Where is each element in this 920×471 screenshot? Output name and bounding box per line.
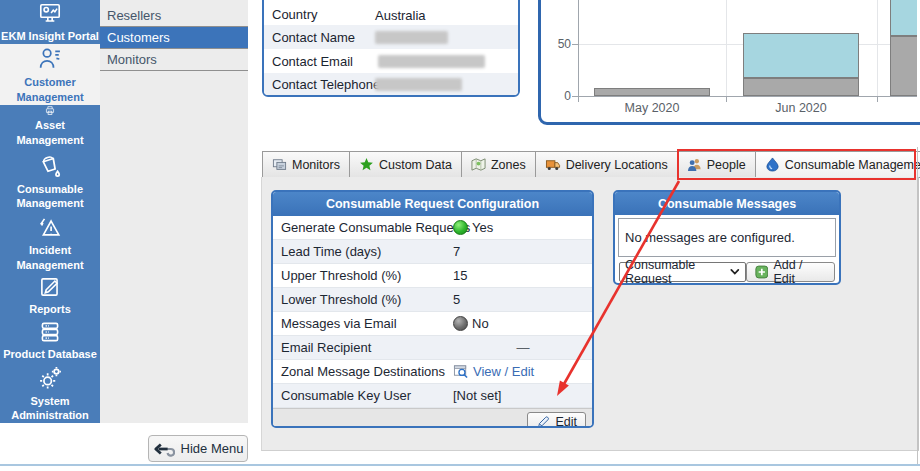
chevron-down-icon [730,268,740,276]
row-value: 5 [453,292,460,307]
bottom-divider [0,464,920,466]
tab-label: Consumable Management Configuration [785,158,920,172]
detail-row-contact-name: Contact Name [264,25,518,49]
sidebar-item-reports[interactable]: Reports [0,272,100,318]
row-label: Messages via Email [273,316,397,331]
x-tick-jun-2020: Jun 2020 [741,101,861,115]
content-right-edge [917,147,918,464]
tab-custom-data[interactable]: Custom Data [349,151,462,178]
view-edit-icon [453,364,469,379]
consumable-request-configuration-panel: Consumable Request Configuration Generat… [271,190,594,428]
hide-menu-button[interactable]: Hide Menu [148,435,248,462]
person-settings-icon [36,45,64,73]
crc-row-lead-time: Lead Time (days) 7 [273,240,592,264]
select-value: Consumable Request [625,258,730,285]
app-window: EKM Insight Portal Customer Management A… [0,0,920,471]
redacted-value [375,31,448,44]
consumable-messages-panel: Consumable Messages No messages are conf… [613,190,841,285]
tab-label: Custom Data [379,158,452,172]
detail-label: Contact Telephone [264,77,380,92]
hide-menu-arrow-icon [153,441,175,457]
sidebar-item-asset-management[interactable]: Asset Management [0,105,100,147]
sidebar-item-label: EKM Insight Portal [1,29,99,43]
detail-label: Country [264,7,318,22]
tab-people[interactable]: People [677,151,756,178]
people-icon [687,157,702,172]
truck-icon [545,157,561,172]
tab-zones[interactable]: Zones [461,151,536,178]
crc-row-generate-requests: Generate Consumable Requests Yes [273,216,592,240]
row-value: No [472,316,489,331]
view-edit-link[interactable]: View / Edit [473,364,534,379]
row-value: 15 [453,268,467,283]
crc-row-messages-via-email: Messages via Email No [273,312,592,336]
sidebar-item-product-database[interactable]: Product Database [0,318,100,363]
sidebar-item-consumable-management[interactable]: Consumable Management [0,147,100,215]
row-value: 7 [453,244,460,259]
row-label: Consumable Key User [273,388,411,403]
crc-row-lower-threshold: Lower Threshold (%) 5 [273,288,592,312]
sidebar-item-label: Product Database [3,347,97,361]
tab-delivery-locations[interactable]: Delivery Locations [535,151,678,178]
database-icon [37,319,63,345]
detail-label: Contact Name [264,30,355,45]
row-label: Generate Consumable Requests [273,220,470,235]
tab-label: People [707,158,746,172]
row-label: Lower Threshold (%) [273,292,401,307]
add-edit-button[interactable]: Add / Edit [746,262,835,282]
crc-row-consumable-key-user: Consumable Key User [Not set] [273,384,592,408]
map-icon [471,157,486,172]
row-label: Email Recipient [273,340,371,355]
submenu-item-resellers[interactable]: Resellers [100,4,248,27]
edit-button[interactable]: Edit [527,412,586,429]
sidebar-item-incident-management[interactable]: Incident Management [0,215,100,272]
hide-menu-label: Hide Menu [181,441,244,456]
x-axis [578,96,917,97]
row-value: [Not set] [453,388,501,403]
edit-button-label: Edit [555,415,577,429]
add-edit-button-label: Add / Edit [773,258,826,285]
submenu-item-customers[interactable]: Customers [100,27,248,49]
tab-label: Monitors [292,158,340,172]
warning-pen-icon [36,215,64,241]
row-label: Upper Threshold (%) [273,268,401,283]
detail-value: Australia [375,8,426,23]
panel-title: Consumable Messages [615,192,839,215]
detail-row-country: Country Australia [264,0,518,25]
detail-row-contact-email: Contact Email [264,49,518,73]
crc-row-upper-threshold: Upper Threshold (%) 15 [273,264,592,288]
tab-monitors[interactable]: Monitors [262,151,350,178]
chart-bar-lower-gray-series [743,78,859,96]
sidebar-item-label: Incident Management [0,243,100,272]
consumable-usage-chart: 50 0 May 2020 Jun 2020 [541,0,917,122]
redacted-value [378,55,485,68]
sidebar-item-ekm-insight-portal[interactable]: EKM Insight Portal [0,0,100,44]
row-label: Lead Time (days) [273,244,381,259]
submenu-item-monitors[interactable]: Monitors [100,49,248,71]
sidebar-item-label: System Administration [0,394,100,423]
empty-messages-text: No messages are configured. [625,230,795,245]
x-tick-may-2020: May 2020 [592,101,712,115]
y-tick-50: 50 [541,37,571,51]
panel-title: Consumable Request Configuration [273,192,592,216]
message-type-select[interactable]: Consumable Request [619,262,746,282]
sidebar-item-label: Customer Management [0,75,100,104]
tab-label: Zones [491,158,526,172]
tab-consumable-management-configuration[interactable]: Consumable Management Configuration [755,151,920,178]
detail-label: Contact Email [264,54,353,69]
customer-tabs: Monitors Custom Data Zones Delivery Loca… [262,151,920,178]
sidebar-item-customer-management[interactable]: Customer Management [0,44,100,105]
crc-row-email-recipient: Email Recipient — [273,336,592,360]
droplet-icon [765,157,780,172]
chart-bar-lower-gray-series [890,36,917,96]
gears-icon [36,364,64,392]
messages-controls: Consumable Request Add / Edit [619,262,835,282]
paint-bucket-icon [36,152,64,180]
row-value: — [453,340,593,355]
row-label: Zonal Message Destinations [273,364,445,379]
chart-bar-upper-cyan-series [890,0,917,36]
chart-bar-upper-cyan-series [743,33,859,79]
secondary-nav: Resellers Customers Monitors [100,0,248,423]
sidebar-item-system-administration[interactable]: System Administration [0,363,100,423]
status-dot-green [453,220,468,235]
